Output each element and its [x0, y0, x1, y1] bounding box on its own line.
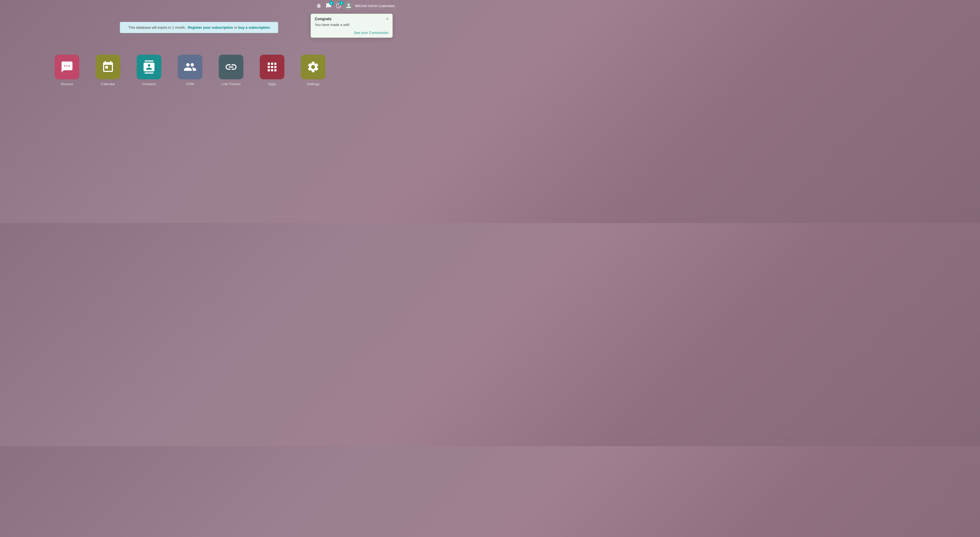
activity-badge: 2 [339, 1, 344, 5]
banner-text: This database will expire in 1 month. [128, 25, 187, 30]
notification-title: Congrats [315, 17, 331, 21]
app-item-contacts[interactable]: Contacts [137, 55, 161, 86]
linktracker-label: Link Tracker [221, 82, 241, 86]
discuss-icon [55, 55, 79, 79]
topbar: 5 2 Mitchell Admin (calendar) [312, 0, 398, 11]
apps-label: Apps [268, 82, 276, 86]
app-item-settings[interactable]: Settings [301, 55, 325, 86]
buy-subscription-link[interactable]: buy a subscription [238, 25, 270, 30]
crm-icon [178, 55, 202, 79]
calendar-label: Calendar [101, 82, 115, 86]
app-item-calendar[interactable]: Calendar [96, 55, 120, 86]
register-subscription-link[interactable]: Register your subscription [188, 25, 233, 30]
calendar-icon [96, 55, 120, 79]
messages-icon[interactable]: 5 [325, 2, 332, 10]
app-item-crm[interactable]: CRM [178, 55, 202, 86]
expiry-banner: This database will expire in 1 month. Re… [120, 22, 278, 33]
notification-body: You have made a sell! [311, 23, 392, 29]
contacts-label: Contacts [142, 82, 156, 86]
user-avatar[interactable] [345, 2, 353, 10]
app-item-discuss[interactable]: Discuss [55, 55, 79, 86]
apps-icon [260, 55, 285, 79]
svg-point-0 [192, 65, 194, 66]
notification-popup: Congrats × You have made a sell! See you… [310, 14, 393, 38]
app-item-apps[interactable]: Apps [260, 55, 285, 86]
messages-badge: 5 [329, 1, 334, 5]
app-item-linktracker[interactable]: Link Tracker [219, 55, 243, 86]
settings-icon [301, 55, 325, 79]
app-grid: Discuss Calendar Contacts CRM Link Track… [55, 55, 325, 86]
settings-label: Settings [307, 82, 320, 86]
notification-commission-link[interactable]: See your Commission [311, 29, 392, 37]
activity-icon[interactable]: 2 [335, 2, 342, 10]
discuss-label: Discuss [61, 82, 73, 86]
crm-label: CRM [186, 82, 194, 86]
linktracker-icon [219, 55, 243, 79]
debug-icon[interactable] [315, 2, 323, 10]
contacts-icon [137, 55, 161, 79]
user-name-label[interactable]: Mitchell Admin (calendar) [355, 4, 395, 8]
notification-header: Congrats × [311, 14, 392, 23]
notification-close-button[interactable]: × [387, 17, 388, 21]
